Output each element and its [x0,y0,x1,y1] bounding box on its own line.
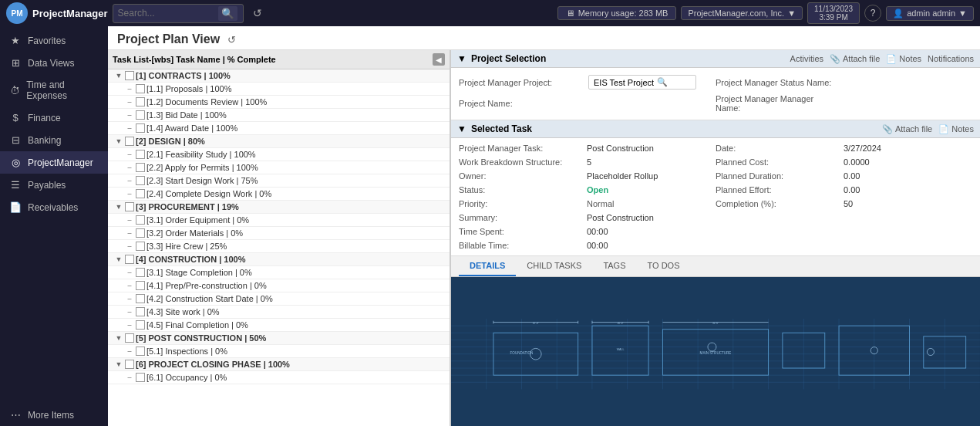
task-checkbox[interactable] [136,373,145,382]
project-selection-header[interactable]: ▼ Project Selection Activities 📎 Attach … [451,50,980,68]
table-row[interactable]: ▼ [3] PROCUREMENT | 19% [108,201,450,214]
table-row[interactable]: – [1.2] Documents Review | 100% [108,96,450,109]
table-row[interactable]: – [3.1] Stage Completion | 0% [108,266,450,279]
task-checkbox[interactable] [136,320,145,330]
expand-icon[interactable]: – [125,176,134,185]
expand-icon[interactable]: ▼ [114,360,123,369]
table-row[interactable]: – [2.3] Start Design Work | 75% [108,174,450,188]
task-checkbox[interactable] [125,202,134,211]
expand-icon[interactable]: – [125,163,134,172]
expand-icon[interactable]: – [125,97,134,106]
sidebar-item-more-items[interactable]: ⋯ More Items [0,404,108,426]
attach-file-button[interactable]: 📎 Attach file [830,54,880,64]
expand-icon[interactable]: ▼ [114,333,123,343]
task-checkbox[interactable] [136,307,145,316]
expand-icon[interactable]: – [125,320,134,330]
expand-icon[interactable]: – [125,110,134,120]
task-checkbox[interactable] [136,294,145,303]
help-button[interactable]: ? [864,5,881,22]
project-search-icon[interactable]: 🔍 [657,77,668,87]
expand-icon[interactable]: – [125,84,134,93]
table-row[interactable]: – [1.4] Award Date | 100% [108,122,450,135]
table-row[interactable]: – [2.1] Feasibility Study | 100% [108,148,450,161]
tab-details[interactable]: DETAILS [459,256,516,276]
expand-icon[interactable]: – [125,242,134,251]
task-checkbox[interactable] [136,281,145,290]
task-checkbox[interactable] [136,215,145,225]
sidebar-item-receivables[interactable]: 📄 Receivables [0,196,108,218]
table-row[interactable]: ▼ [1] CONTRACTS | 100% [108,69,450,83]
expand-icon[interactable]: ▼ [114,71,123,80]
tab-tags[interactable]: TAGS [592,256,636,276]
expand-icon[interactable]: – [125,294,134,303]
task-checkbox[interactable] [136,163,145,172]
sidebar-item-data-views[interactable]: ⊞ Data Views [0,52,108,74]
task-checkbox[interactable] [125,360,134,369]
table-row[interactable]: – [4.5] Final Completion | 0% [108,319,450,332]
table-row[interactable]: – [5.1] Inspections | 0% [108,345,450,358]
table-row[interactable]: – [4.1] Prep/Pre-construction | 0% [108,279,450,292]
task-checkbox[interactable] [136,176,145,185]
task-checkbox[interactable] [125,255,134,264]
table-row[interactable]: ▼ [4] CONSTRUCTION | 100% [108,253,450,266]
expand-icon[interactable]: – [125,347,134,356]
expand-icon[interactable]: – [125,228,134,238]
task-checkbox[interactable] [136,150,145,159]
table-row[interactable]: – [6.1] Occupancy | 0% [108,371,450,384]
task-checkbox[interactable] [136,110,145,120]
task-checkbox[interactable] [136,268,145,277]
sidebar-item-banking[interactable]: ⊟ Banking [0,129,108,151]
page-refresh-button[interactable]: ↺ [227,34,236,46]
table-row[interactable]: – [3.1] Order Equipment | 0% [108,214,450,227]
expand-icon[interactable]: – [125,215,134,225]
task-checkbox[interactable] [136,347,145,356]
task-checkbox[interactable] [136,189,145,198]
expand-icon[interactable]: – [125,281,134,290]
expand-icon[interactable]: ▼ [114,137,123,146]
task-checkbox[interactable] [125,333,134,343]
table-row[interactable]: – [1.1] Proposals | 100% [108,83,450,96]
search-input[interactable] [118,8,218,19]
selected-task-header[interactable]: ▼ Selected Task 📎 Attach file 📄 Notes [451,120,980,138]
table-row[interactable]: – [3.2] Order Materials | 0% [108,227,450,240]
task-checkbox[interactable] [136,228,145,238]
expand-icon[interactable]: ▼ [114,255,123,264]
expand-icon[interactable]: – [125,268,134,277]
sidebar-item-finance[interactable]: $ Finance [0,106,108,129]
table-row[interactable]: – [2.2] Apply for Permits | 100% [108,161,450,174]
expand-icon[interactable]: – [125,373,134,382]
task-checkbox[interactable] [136,97,145,106]
table-row[interactable]: – [1.3] Bid Date | 100% [108,109,450,122]
notifications-button[interactable]: Notifications [928,54,974,63]
user-menu[interactable]: 👤 admin admin ▼ [886,6,974,21]
sidebar-item-payables[interactable]: ☰ Payables [0,174,108,196]
sidebar-item-time-expenses[interactable]: ⏱ Time and Expenses [0,74,108,106]
project-input[interactable]: EIS Test Project 🔍 [588,75,696,90]
task-checkbox[interactable] [136,242,145,251]
sidebar-item-favorites[interactable]: ★ Favorites [0,29,108,52]
table-row[interactable]: ▼ [2] DESIGN | 80% [108,135,450,148]
expand-icon[interactable]: – [125,189,134,198]
notes-button[interactable]: 📄 Notes [886,54,921,64]
selected-notes-button[interactable]: 📄 Notes [938,124,974,134]
org-selector[interactable]: ProjectManager.com, Inc. ▼ [681,6,803,20]
expand-icon[interactable]: – [125,123,134,133]
table-row[interactable]: – [2.4] Complete Design Work | 0% [108,188,450,201]
tab-child-tasks[interactable]: CHILD TASKS [516,256,592,276]
selected-attach-button[interactable]: 📎 Attach file [882,124,932,134]
tab-todos[interactable]: TO DOS [637,256,691,276]
table-row[interactable]: ▼ [5] POST CONSTRUCTION | 50% [108,332,450,345]
expand-icon[interactable]: – [125,307,134,316]
table-row[interactable]: – [3.3] Hire Crew | 25% [108,240,450,253]
activities-button[interactable]: Activities [790,54,823,63]
search-button[interactable]: 🔍 [218,6,237,21]
task-checkbox[interactable] [136,84,145,93]
table-row[interactable]: – [4.3] Site work | 0% [108,306,450,319]
refresh-button[interactable]: ↺ [248,5,267,21]
collapse-panel-button[interactable]: ◀ [433,53,445,66]
sidebar-item-projectmanager[interactable]: ◎ ProjectManager [0,151,108,174]
table-row[interactable]: – [4.2] Construction Start Date | 0% [108,292,450,306]
expand-icon[interactable]: – [125,150,134,159]
expand-icon[interactable]: ▼ [114,202,123,211]
task-checkbox[interactable] [136,123,145,133]
